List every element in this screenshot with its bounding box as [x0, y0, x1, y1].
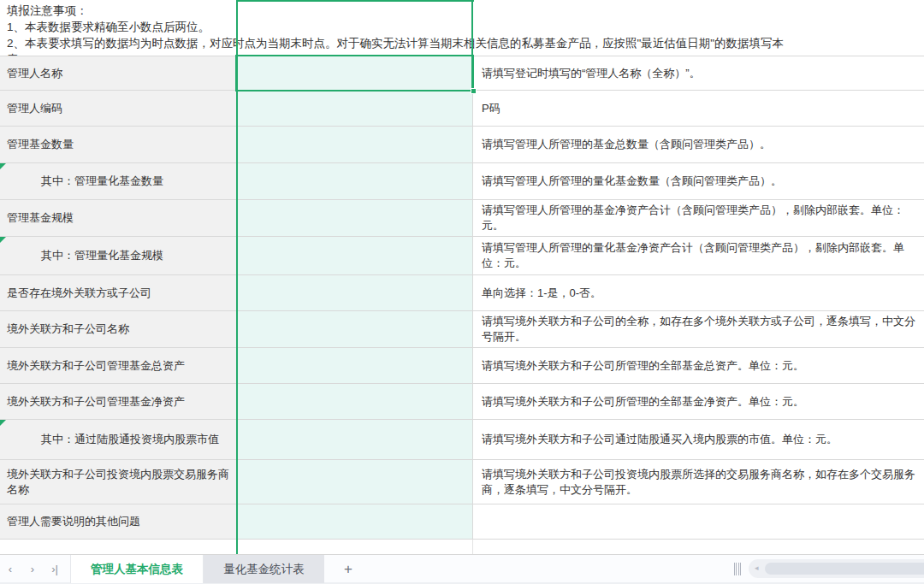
horizontal-scrollbar-thumb[interactable] — [765, 563, 924, 575]
add-sheet-button[interactable]: + — [335, 555, 361, 583]
row-label: 其中：管理量化基金规模 — [7, 248, 229, 263]
label-cell[interactable]: 境外关联方和子公司管理基金总资产 — [0, 348, 237, 383]
row-label: 管理人名称 — [7, 66, 229, 81]
table-row: 其中：管理量化基金数量 请填写管理人所管理的量化基金数量（含顾问管理类产品）。 — [0, 163, 924, 200]
notice-cell[interactable]: 填报注意事项： 1、本表数据要求精确至小数点后两位。 2、本表要求填写的数据均为… — [0, 0, 924, 56]
cell-comment-marker-icon — [0, 237, 6, 243]
selection-range-right-border — [471, 0, 473, 91]
desc-cell[interactable]: 请填写境外关联方和子公司通过陆股通买入境内股票的市值。单位：元。 — [473, 420, 924, 459]
table-row: 其中：管理量化基金规模 请填写管理人所管理的量化基金净资产合计（含顾问管理类产品… — [0, 237, 924, 275]
row-label: 境外关联方和子公司名称 — [7, 321, 229, 337]
desc-cell[interactable] — [473, 504, 924, 539]
label-cell[interactable]: 其中：管理量化基金规模 — [0, 237, 237, 274]
label-cell[interactable]: 管理人名称 — [0, 56, 237, 90]
table-row: 管理人编码 P码 — [0, 91, 924, 127]
selection-column-line — [236, 0, 238, 554]
label-cell[interactable] — [0, 540, 237, 554]
value-cell-selected[interactable] — [237, 56, 473, 90]
sheet-tab-bar: ‹ › ›| 管理人基本信息表 量化基金统计表 + ◂ — [0, 554, 924, 582]
table-row: 是否存在境外关联方或子公司 单向选择：1-是，0-否。 — [0, 275, 924, 311]
row-label: 管理人编码 — [7, 101, 229, 116]
row-label: 境外关联方和子公司投资境内股票交易服务商名称 — [7, 467, 229, 498]
horizontal-scrollbar[interactable]: ◂ — [749, 559, 924, 578]
table-row: 管理人名称 请填写登记时填写的“管理人名称（全称）”。 — [0, 56, 924, 91]
row-label: 其中：通过陆股通投资境内股票市值 — [7, 432, 229, 447]
notice-line: 1、本表数据要求精确至小数点后两位。 — [7, 19, 924, 35]
value-cell[interactable] — [237, 460, 473, 504]
desc-cell[interactable]: 请填写境外关联方和子公司所管理的全部基金总资产。单位：元。 — [473, 348, 924, 383]
sheet-tab-manager-info[interactable]: 管理人基本信息表 — [70, 555, 204, 583]
value-cell[interactable] — [237, 504, 473, 539]
row-label: 管理基金规模 — [7, 210, 229, 226]
label-cell[interactable]: 境外关联方和子公司投资境内股票交易服务商名称 — [0, 460, 237, 504]
sheet-nav-prev-icon[interactable]: ‹ — [0, 555, 21, 583]
row-desc: 请填写登记时填写的“管理人名称（全称）”。 — [482, 66, 915, 81]
row-desc: 请填写管理人所管理的基金总数量（含顾问管理类产品）。 — [482, 137, 915, 152]
row-label: 管理基金数量 — [7, 137, 229, 152]
tabbar-resize-handle[interactable] — [734, 563, 741, 575]
desc-cell[interactable]: 单向选择：1-是，0-否。 — [473, 275, 924, 310]
label-cell[interactable]: 管理人需要说明的其他问题 — [0, 504, 237, 539]
value-cell[interactable] — [237, 348, 473, 383]
desc-cell[interactable]: 请填写登记时填写的“管理人名称（全称）”。 — [473, 56, 924, 90]
label-cell[interactable]: 管理基金规模 — [0, 200, 237, 236]
sheet-nav-next-icon[interactable]: › — [22, 555, 43, 583]
row-desc: 请填写境外关联方和子公司投资境内股票所选择的交易服务商名称，如存在多个交易服务商… — [482, 467, 915, 498]
spreadsheet-app: 填报注意事项： 1、本表数据要求精确至小数点后两位。 2、本表要求填写的数据均为… — [0, 0, 924, 584]
cell-comment-marker-icon — [0, 163, 6, 169]
notice-line: 填报注意事项： — [7, 3, 924, 19]
label-cell[interactable]: 境外关联方和子公司名称 — [0, 311, 237, 347]
notice-line: 2、本表要求填写的数据均为时点数据，对应时点为当期末时点。对于确实无法计算当期末… — [7, 35, 924, 51]
value-cell[interactable] — [237, 311, 473, 347]
table-row-empty — [0, 540, 924, 554]
desc-cell[interactable]: 请填写管理人所管理的基金净资产合计（含顾问管理类产品），剔除内部嵌套。单位：元。 — [473, 200, 924, 236]
table-row: 境外关联方和子公司管理基金净资产 请填写境外关联方和子公司所管理的全部基金净资产… — [0, 384, 924, 420]
value-cell[interactable] — [237, 275, 473, 310]
label-cell[interactable]: 是否存在境外关联方或子公司 — [0, 275, 237, 310]
row-label: 境外关联方和子公司管理基金净资产 — [7, 394, 229, 410]
row-label: 境外关联方和子公司管理基金总资产 — [7, 358, 229, 374]
row-desc: 请填写境外关联方和子公司所管理的全部基金净资产。单位：元。 — [482, 394, 915, 410]
row-desc: 请填写境外关联方和子公司通过陆股通买入境内股票的市值。单位：元。 — [482, 432, 915, 447]
desc-cell[interactable]: 请填写境外关联方和子公司的全称，如存在多个境外关联方或子公司，逐条填写，中文分号… — [473, 311, 924, 347]
value-cell[interactable] — [237, 91, 473, 126]
desc-cell[interactable]: 请填写管理人所管理的量化基金数量（含顾问管理类产品）。 — [473, 163, 924, 199]
label-cell[interactable]: 境外关联方和子公司管理基金净资产 — [0, 384, 237, 419]
desc-cell[interactable]: 请填写境外关联方和子公司投资境内股票所选择的交易服务商名称，如存在多个交易服务商… — [473, 460, 924, 504]
value-cell[interactable] — [237, 237, 473, 274]
table-row: 管理人需要说明的其他问题 — [0, 504, 924, 540]
row-label: 是否存在境外关联方或子公司 — [7, 286, 229, 301]
sheet-nav-last-icon[interactable]: ›| — [44, 555, 65, 583]
desc-cell[interactable]: P码 — [473, 91, 924, 126]
value-cell[interactable] — [237, 163, 473, 199]
label-cell[interactable]: 管理人编码 — [0, 91, 237, 126]
desc-cell[interactable]: 请填写管理人所管理的量化基金净资产合计（含顾问管理类产品），剔除内部嵌套。单位：… — [473, 237, 924, 274]
scroll-left-icon[interactable]: ◂ — [755, 563, 759, 572]
table-row: 境外关联方和子公司投资境内股票交易服务商名称 请填写境外关联方和子公司投资境内股… — [0, 460, 924, 504]
row-label: 管理人需要说明的其他问题 — [7, 514, 229, 529]
label-cell[interactable]: 管理基金数量 — [0, 127, 237, 162]
label-cell[interactable]: 其中：通过陆股通投资境内股票市值 — [0, 420, 237, 459]
table-row: 管理基金规模 请填写管理人所管理的基金净资产合计（含顾问管理类产品），剔除内部嵌… — [0, 200, 924, 237]
table-row: 管理基金数量 请填写管理人所管理的基金总数量（含顾问管理类产品）。 — [0, 127, 924, 163]
value-cell[interactable] — [237, 420, 473, 459]
desc-cell[interactable] — [473, 540, 924, 554]
cell-comment-marker-icon — [0, 420, 6, 426]
row-desc: 请填写管理人所管理的基金净资产合计（含顾问管理类产品），剔除内部嵌套。单位：元。 — [482, 203, 915, 233]
desc-cell[interactable]: 请填写境外关联方和子公司所管理的全部基金净资产。单位：元。 — [473, 384, 924, 419]
value-cell[interactable] — [237, 540, 473, 554]
sheet-tab-quant-fund-stats[interactable]: 量化基金统计表 — [204, 555, 324, 583]
row-desc: 请填写管理人所管理的量化基金数量（含顾问管理类产品）。 — [482, 174, 915, 189]
selection-range-top-border — [236, 0, 474, 2]
row-desc: 请填写管理人所管理的量化基金净资产合计（含顾问管理类产品），剔除内部嵌套。单位：… — [482, 240, 915, 271]
row-desc: 请填写境外关联方和子公司的全称，如存在多个境外关联方或子公司，逐条填写，中文分号… — [482, 314, 915, 345]
row-desc: P码 — [482, 101, 915, 116]
desc-cell[interactable]: 请填写管理人所管理的基金总数量（含顾问管理类产品）。 — [473, 127, 924, 162]
value-cell[interactable] — [237, 127, 473, 162]
label-cell[interactable]: 其中：管理量化基金数量 — [0, 163, 237, 199]
row-desc: 请填写境外关联方和子公司所管理的全部基金总资产。单位：元。 — [482, 358, 915, 374]
table-row: 境外关联方和子公司名称 请填写境外关联方和子公司的全称，如存在多个境外关联方或子… — [0, 311, 924, 348]
row-label: 其中：管理量化基金数量 — [7, 174, 229, 189]
value-cell[interactable] — [237, 384, 473, 419]
value-cell[interactable] — [237, 200, 473, 236]
